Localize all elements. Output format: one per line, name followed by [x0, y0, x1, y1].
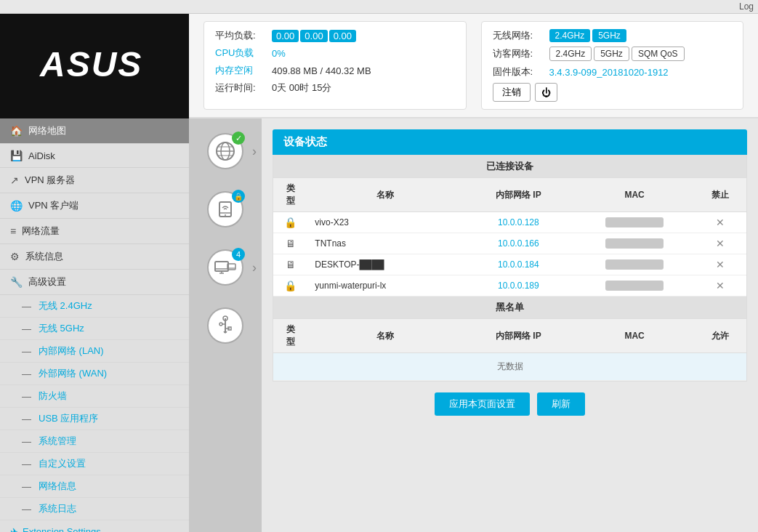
center-icons-panel: ✓ › 🔒 — [189, 118, 262, 532]
device-ip-link-4[interactable]: 10.0.0.189 — [498, 281, 539, 291]
bl-col-mac: MAC — [574, 319, 695, 353]
svg-point-8 — [225, 214, 226, 216]
dash-icon-8: — — [22, 459, 31, 469]
sidebar-sub-firewall[interactable]: — 防火墙 — [0, 385, 189, 408]
arrow-icon-2: › — [252, 260, 257, 275]
uptime-label: 运行时间: — [215, 81, 266, 94]
no-data-cell: 无数据 — [273, 353, 746, 381]
sidebar-item-sysinfo[interactable]: ⚙ 系统信息 — [0, 244, 189, 270]
device-ip-link-1[interactable]: 10.0.0.128 — [498, 217, 539, 227]
wireless-24ghz-btn[interactable]: 2.4GHz — [549, 29, 591, 42]
network-center-icon[interactable]: ✓ › — [207, 133, 243, 169]
sidebar-sub-custom[interactable]: — 自定义设置 — [0, 453, 189, 475]
extension-settings-label: Extension Settings — [23, 526, 101, 532]
device-ip-link-2[interactable]: 10.0.0.166 — [498, 238, 539, 249]
header: ASUS 平均负载: 0.00 0.00 0.00 CPU负载 0% 内存空闲 … — [0, 14, 758, 118]
header-status: 平均负载: 0.00 0.00 0.00 CPU负载 0% 内存空闲 409.8… — [189, 14, 758, 118]
sidebar-item-aidisk[interactable]: 💾 AiDisk — [0, 144, 189, 168]
traffic-icon: ≡ — [10, 225, 16, 237]
block-button-3[interactable]: ✕ — [716, 259, 725, 270]
devices-center-icon[interactable]: 4 › — [207, 249, 243, 286]
globe-svg — [215, 141, 235, 161]
firmware-label: 固件版本: — [493, 65, 544, 78]
wireless-circle: 🔒 — [207, 191, 243, 227]
sidebar-sub-wan[interactable]: — 外部网络 (WAN) — [0, 363, 189, 385]
bl-col-allow: 允许 — [695, 319, 746, 353]
sidebar-sub-sys-log[interactable]: — 系统日志 — [0, 498, 189, 520]
dash-icon-1: — — [22, 301, 31, 312]
uptime-value: 0天 00时 15分 — [272, 81, 331, 94]
blacklist-table: 类型 名称 内部网络 IP MAC 允许 无数据 — [273, 319, 746, 381]
dash-icon-4: — — [22, 368, 31, 379]
vpn-server-icon: ↗ — [10, 174, 19, 186]
network-status-badge: ✓ — [232, 132, 245, 145]
firmware-row: 固件版本: 3.4.3.9-099_20181020-1912 — [493, 65, 733, 78]
guest-buttons: 2.4GHz 5GHz SQM QoS — [549, 47, 685, 61]
sidebar: 🏠 网络地图 💾 AiDisk ↗ VPN 服务器 🌐 VPN 客户端 ≡ 网络… — [0, 118, 189, 532]
sidebar-sub-wireless-24[interactable]: — 无线 2.4GHz — [0, 295, 189, 318]
sqm-qos-btn[interactable]: SQM QoS — [632, 47, 685, 61]
dash-icon-9: — — [22, 481, 31, 492]
device-type-2: 🖥 — [273, 233, 307, 254]
wireless-lock-badge: 🔒 — [232, 190, 245, 203]
system-status-box: 平均负载: 0.00 0.00 0.00 CPU负载 0% 内存空闲 409.8… — [203, 21, 467, 110]
usb-svg — [217, 315, 234, 336]
sidebar-sub-net-info[interactable]: — 网络信息 — [0, 475, 189, 498]
monitor-icon-3: 🖥 — [286, 259, 296, 270]
dash-icon-2: — — [22, 323, 31, 334]
device-action-4: ✕ — [695, 275, 746, 297]
sidebar-item-advanced[interactable]: 🔧 高级设置 — [0, 270, 189, 295]
refresh-button[interactable]: 刷新 — [537, 392, 585, 416]
block-button-4[interactable]: ✕ — [716, 280, 725, 291]
logout-button[interactable]: 注销 — [493, 83, 531, 102]
device-mac-3 — [574, 254, 695, 275]
network-globe-circle: ✓ — [207, 133, 243, 169]
device-type-4: 🔒 — [273, 275, 307, 297]
wireless-5ghz-btn[interactable]: 5GHz — [592, 29, 626, 42]
log-link[interactable]: Log — [739, 1, 754, 12]
connected-devices-header: 已连接设备 — [273, 156, 746, 178]
sidebar-label-wan: 外部网络 (WAN) — [39, 367, 107, 380]
col-header-block: 禁止 — [695, 178, 746, 212]
block-button-1[interactable]: ✕ — [716, 217, 725, 228]
guest-5ghz-btn[interactable]: 5GHz — [594, 47, 629, 61]
sidebar-sub-lan[interactable]: — 内部网络 (LAN) — [0, 340, 189, 363]
wireless-row: 无线网络: 2.4GHz 5GHz — [493, 29, 733, 42]
table-row: 🖥 DESKTOP-████ 10.0.0.184 ✕ — [273, 254, 746, 275]
device-mac-2 — [574, 233, 695, 254]
connected-devices-table: 类型 名称 内部网络 IP MAC 禁止 🔒 vivo-X23 — [273, 178, 746, 297]
mem-label[interactable]: 内存空闲 — [215, 64, 266, 77]
sidebar-sub-wireless-5[interactable]: — 无线 5GHz — [0, 318, 189, 340]
apply-button[interactable]: 应用本页面设置 — [435, 392, 530, 416]
blacklist-header: 黑名单 — [273, 297, 746, 319]
device-ip-link-3[interactable]: 10.0.0.184 — [498, 259, 539, 270]
wireless-center-icon[interactable]: 🔒 — [207, 191, 243, 227]
sidebar-sub-usb-app[interactable]: — USB 应用程序 — [0, 408, 189, 430]
col-header-ip: 内部网络 IP — [462, 178, 574, 212]
device-name-3: DESKTOP-████ — [307, 254, 462, 275]
sidebar-item-traffic[interactable]: ≡ 网络流量 — [0, 219, 189, 244]
sidebar-item-network-map[interactable]: 🏠 网络地图 — [0, 118, 189, 144]
usb-center-icon[interactable] — [207, 307, 243, 344]
wrench-icon: 🔧 — [10, 276, 23, 288]
mac-value-1 — [605, 217, 664, 227]
sidebar-extension-settings[interactable]: ✈ Extension Settings — [0, 520, 189, 532]
sidebar-sub-sys-admin[interactable]: — 系统管理 — [0, 430, 189, 453]
sidebar-item-vpn-client[interactable]: 🌐 VPN 客户端 — [0, 193, 189, 219]
guest-24ghz-btn[interactable]: 2.4GHz — [549, 47, 592, 61]
dash-icon-7: — — [22, 436, 31, 447]
cpu-row: CPU负载 0% — [215, 47, 455, 60]
dash-icon-3: — — [22, 346, 31, 357]
devices-count-badge: 4 — [232, 248, 245, 261]
sidebar-label-net-info: 网络信息 — [39, 480, 76, 493]
sidebar-item-vpn-server[interactable]: ↗ VPN 服务器 — [0, 168, 189, 193]
load-badge-1: 0.00 — [272, 30, 299, 42]
power-button[interactable]: ⏻ — [535, 83, 557, 102]
cpu-label[interactable]: CPU负载 — [215, 47, 266, 60]
mac-value-3 — [605, 259, 664, 270]
asus-logo: ASUS — [36, 41, 153, 92]
device-name-1: vivo-X23 — [307, 212, 462, 233]
disk-icon: 💾 — [10, 150, 23, 161]
dash-icon-10: — — [22, 504, 31, 515]
block-button-2[interactable]: ✕ — [716, 238, 725, 249]
